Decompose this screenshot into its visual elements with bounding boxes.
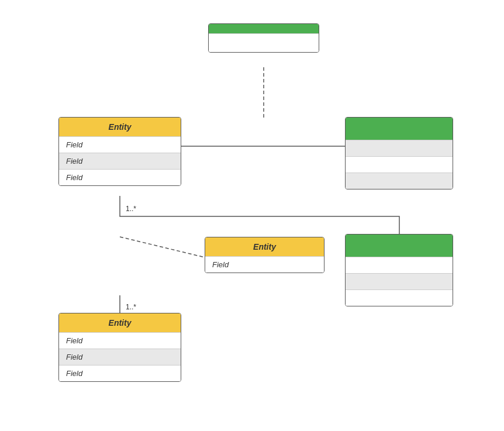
diagram-canvas: Entity Field Field Field Entity Field En…	[0, 0, 504, 431]
box-top-right-field3	[346, 173, 453, 189]
box-bottom-left-field1: Field	[59, 332, 181, 349]
box-mid-center-field1: Field	[205, 256, 324, 273]
box-mid-left-field3: Field	[59, 169, 181, 185]
box-top-right-field2	[346, 156, 453, 173]
multiplicity-label-1: 1..*	[126, 205, 136, 213]
multiplicity-label-2: 1..*	[126, 303, 136, 311]
box-mid-right-field2	[346, 273, 453, 289]
box-bottom-left: Entity Field Field Field	[58, 313, 181, 382]
box-top-center-field1	[209, 33, 319, 52]
box-mid-right-field1	[346, 257, 453, 273]
box-mid-right-header	[346, 235, 453, 257]
box-mid-left-field1: Field	[59, 136, 181, 153]
box-top-right	[345, 117, 453, 189]
box-top-center-header	[209, 24, 319, 33]
box-mid-left-field2: Field	[59, 153, 181, 169]
box-mid-left-header: Entity	[59, 118, 181, 136]
box-bottom-left-field2: Field	[59, 349, 181, 365]
box-bottom-left-field3: Field	[59, 365, 181, 381]
box-top-right-field1	[346, 140, 453, 156]
box-mid-left: Entity Field Field Field	[58, 117, 181, 186]
box-mid-center-header: Entity	[205, 237, 324, 256]
box-mid-right	[345, 234, 453, 306]
box-top-center	[208, 23, 319, 53]
box-bottom-left-header: Entity	[59, 313, 181, 332]
svg-line-2	[120, 237, 205, 257]
box-mid-center: Entity Field	[205, 237, 325, 273]
box-mid-right-field3	[346, 289, 453, 306]
box-top-right-header	[346, 118, 453, 140]
